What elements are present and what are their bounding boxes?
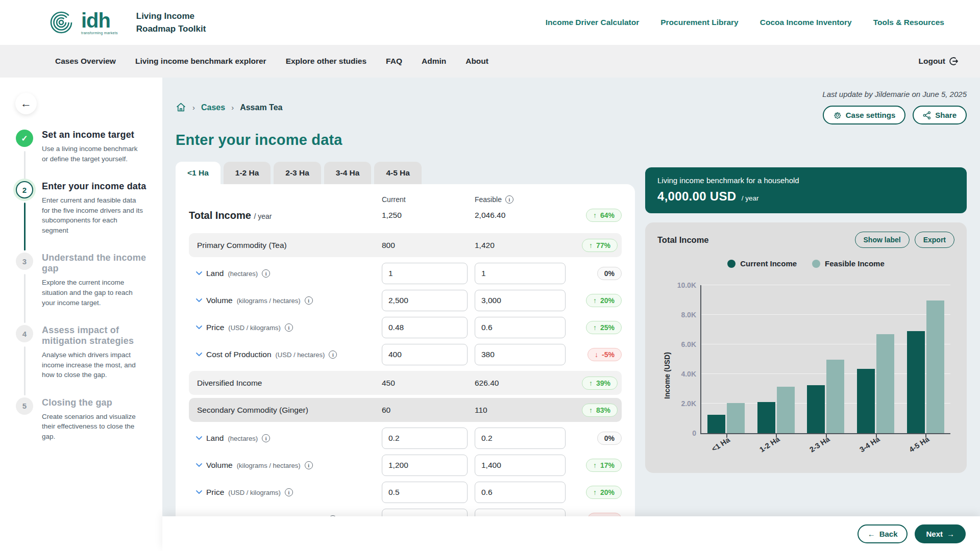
input-feasible-cost-of-production[interactable] bbox=[475, 344, 566, 365]
tab-1-2-ha[interactable]: 1-2 Ha bbox=[224, 162, 271, 184]
legend-label: Current Income bbox=[740, 259, 797, 268]
input-feasible-land[interactable] bbox=[475, 428, 566, 449]
step-assess-impact-of-mitigation-strategies[interactable]: 4Assess impact of mitigation strategiesA… bbox=[15, 325, 151, 397]
input-current-land[interactable] bbox=[382, 263, 468, 284]
step-title: Enter your income data bbox=[42, 181, 146, 192]
input-current-price[interactable] bbox=[382, 482, 468, 503]
step-connector bbox=[24, 346, 26, 395]
next-button[interactable]: Next → bbox=[915, 524, 966, 543]
logo-brand: idh bbox=[81, 10, 118, 31]
delta-badge: ↓-5% bbox=[587, 348, 622, 361]
chevron-down-icon[interactable] bbox=[196, 436, 202, 440]
step-understand-the-income-gap[interactable]: 3Understand the income gapExplore the cu… bbox=[15, 253, 151, 325]
input-current-cost-of-production[interactable] bbox=[382, 344, 468, 365]
driver-unit: (kilograms / hectares) bbox=[237, 462, 301, 469]
legend-feasible-income: Feasible Income bbox=[812, 259, 885, 268]
bar-feasible-income-1-ha[interactable] bbox=[727, 403, 745, 433]
export-button[interactable]: Export bbox=[915, 232, 954, 248]
case-settings-button[interactable]: Case settings bbox=[823, 106, 906, 124]
section-secondary-commodity-ginger: Secondary Commodity (Ginger)60110↑83% bbox=[189, 398, 622, 422]
subnav-faq[interactable]: FAQ bbox=[386, 57, 402, 66]
bar-current-income-3-4-ha[interactable] bbox=[857, 369, 875, 433]
chevron-down-icon[interactable] bbox=[196, 463, 202, 467]
section-current-value: 800 bbox=[382, 241, 468, 250]
total-income-row: Total Income / year 1,250 2,046.40 ↑ 64% bbox=[189, 209, 622, 230]
breadcrumb-sep-icon: › bbox=[231, 103, 234, 112]
bar-current-income-1-2-ha[interactable] bbox=[757, 402, 775, 433]
input-current-price[interactable] bbox=[382, 317, 468, 338]
back-button[interactable]: ← Back bbox=[857, 524, 908, 543]
share-button[interactable]: Share bbox=[913, 106, 967, 124]
subnav-cases-overview[interactable]: Cases Overview bbox=[55, 57, 116, 66]
input-current-volume[interactable] bbox=[382, 455, 468, 476]
header-nav-income-driver-calculator[interactable]: Income Driver Calculator bbox=[546, 18, 639, 27]
y-axis-label: Income (USD) bbox=[663, 352, 671, 399]
step-closing-the-gap[interactable]: 5Closing the gapCreate scenarios and vis… bbox=[15, 397, 151, 459]
bar-feasible-income-3-4-ha[interactable] bbox=[876, 334, 894, 433]
input-current-cost-of-production[interactable] bbox=[382, 509, 468, 516]
info-icon[interactable]: i bbox=[262, 269, 270, 278]
step-title: Closing the gap bbox=[42, 397, 144, 408]
info-icon[interactable]: i bbox=[285, 488, 293, 496]
tab-2-3-ha[interactable]: 2-3 Ha bbox=[274, 162, 321, 184]
segment-tabs: <1 Ha1-2 Ha2-3 Ha3-4 Ha4-5 Ha bbox=[176, 162, 635, 184]
bar-current-income-4-5-ha[interactable] bbox=[907, 331, 925, 433]
header-nav-procurement-library[interactable]: Procurement Library bbox=[660, 18, 738, 27]
chevron-down-icon[interactable] bbox=[196, 325, 202, 330]
input-feasible-price[interactable] bbox=[475, 482, 566, 503]
input-current-volume[interactable] bbox=[382, 290, 468, 311]
delta-value: 25% bbox=[600, 323, 615, 332]
tab-1-ha[interactable]: <1 Ha bbox=[176, 162, 220, 184]
bar-feasible-income-1-2-ha[interactable] bbox=[777, 387, 795, 433]
input-feasible-price[interactable] bbox=[475, 317, 566, 338]
chevron-down-icon[interactable] bbox=[196, 271, 202, 276]
info-icon[interactable]: i bbox=[305, 296, 313, 305]
info-icon[interactable]: i bbox=[305, 461, 313, 469]
step-set-an-income-target[interactable]: ✓Set an income targetUse a living income… bbox=[15, 130, 151, 181]
header-nav-tools-resources[interactable]: Tools & Resources bbox=[873, 18, 944, 27]
tab-3-4-ha[interactable]: 3-4 Ha bbox=[324, 162, 372, 184]
bar-feasible-income-4-5-ha[interactable] bbox=[926, 300, 944, 433]
share-label: Share bbox=[935, 111, 957, 119]
subnav-living-income-benchmark-explorer[interactable]: Living income benchmark explorer bbox=[135, 57, 266, 66]
step-indicator-4: 4 bbox=[16, 325, 33, 342]
delta-badge: ↑20% bbox=[586, 294, 622, 307]
bar-feasible-income-2-3-ha[interactable] bbox=[826, 360, 844, 433]
breadcrumb-cases[interactable]: Cases bbox=[201, 103, 225, 112]
tab-4-5-ha[interactable]: 4-5 Ha bbox=[374, 162, 422, 184]
subnav-admin[interactable]: Admin bbox=[422, 57, 446, 66]
delta-badge: ↑83% bbox=[582, 404, 618, 417]
input-feasible-volume[interactable] bbox=[475, 290, 566, 311]
input-current-land[interactable] bbox=[382, 428, 468, 449]
info-icon[interactable]: i bbox=[285, 323, 293, 332]
input-feasible-cost-of-production[interactable] bbox=[475, 509, 566, 516]
idh-logo[interactable]: idh transforming markets Living Income R… bbox=[48, 10, 206, 36]
y-axis-label-wrap: Income (USD) bbox=[660, 285, 674, 466]
step-body: Enter your income dataEnter current and … bbox=[42, 181, 146, 253]
logout-button[interactable]: Logout bbox=[918, 57, 959, 66]
total-income-title: Total Income bbox=[189, 210, 251, 221]
show-label-button[interactable]: Show label bbox=[855, 232, 910, 248]
info-icon[interactable]: i bbox=[329, 350, 337, 359]
income-row-land: Land(hectares)i0% bbox=[189, 263, 622, 284]
input-feasible-volume[interactable] bbox=[475, 455, 566, 476]
bar-current-income-1-ha[interactable] bbox=[707, 415, 725, 433]
back-arrow-button[interactable]: ← bbox=[15, 93, 37, 114]
gear-icon bbox=[833, 111, 842, 119]
benchmark-value-row: 4,000.00 USD / year bbox=[657, 189, 954, 204]
chevron-down-icon[interactable] bbox=[196, 298, 202, 303]
info-icon[interactable]: i bbox=[262, 434, 270, 442]
header-nav-cocoa-income-inventory[interactable]: Cocoa Income Inventory bbox=[760, 18, 852, 27]
chevron-down-icon[interactable] bbox=[196, 353, 202, 357]
input-feasible-land[interactable] bbox=[475, 263, 566, 284]
back-button-label: Back bbox=[879, 530, 898, 538]
subnav-about[interactable]: About bbox=[465, 57, 488, 66]
step-enter-your-income-data[interactable]: 2Enter your income dataEnter current and… bbox=[15, 181, 151, 253]
subnav-explore-other-studies[interactable]: Explore other studies bbox=[286, 57, 366, 66]
bar-current-income-2-3-ha[interactable] bbox=[807, 385, 825, 433]
home-icon[interactable] bbox=[176, 102, 186, 113]
chevron-down-icon[interactable] bbox=[196, 490, 202, 494]
income-data-column: Enter your income data <1 Ha1-2 Ha2-3 Ha… bbox=[176, 124, 635, 516]
feasible-info-icon[interactable]: i bbox=[505, 195, 513, 204]
step-indicator-2: 2 bbox=[16, 181, 33, 198]
